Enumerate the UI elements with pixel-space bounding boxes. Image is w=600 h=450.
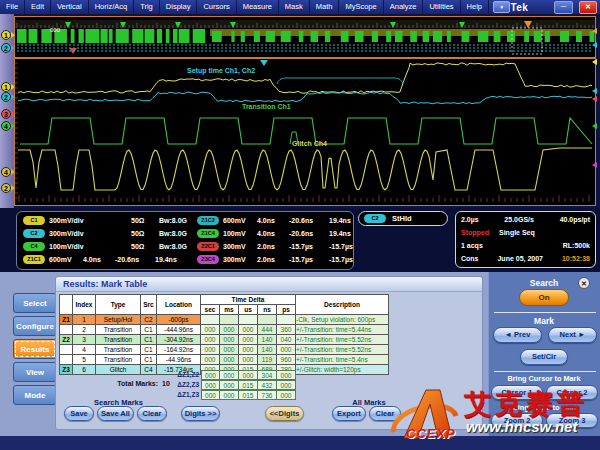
sidebar-item-mode[interactable]: Mode bbox=[13, 385, 57, 405]
save-all-button[interactable]: Save All bbox=[97, 406, 134, 421]
digits-less-button[interactable]: <<Digits bbox=[265, 406, 304, 421]
delta-cell: 000 bbox=[201, 325, 220, 335]
location-cell: -304.92ns bbox=[157, 335, 201, 345]
readout-z3c4[interactable]: Z3C4300mV2.0ns-15.7µs-15.7µs bbox=[197, 253, 359, 266]
menu-item-display[interactable]: Display bbox=[160, 0, 198, 14]
readout-c1[interactable]: C1300mV/div50ΩBw:8.0G bbox=[23, 214, 199, 227]
menu-item-analyze[interactable]: Analyze bbox=[384, 0, 424, 14]
menu-item-measure[interactable]: Measure bbox=[237, 0, 279, 14]
location-cell: -44.96ns bbox=[157, 355, 201, 365]
channel-badge-4-6[interactable]: 4 bbox=[1, 167, 11, 177]
index-cell: 6 bbox=[73, 365, 96, 375]
cursor1-button[interactable]: Cursor 1 bbox=[491, 385, 543, 400]
prev-mark-button[interactable]: ◄ Prev bbox=[493, 327, 542, 343]
time-readout: 10:52:38 bbox=[562, 252, 590, 265]
readout-c4[interactable]: C4100mV/div50ΩBw:8.0G bbox=[23, 240, 199, 253]
zone-cell: Z2 bbox=[60, 335, 73, 345]
mark-row-3[interactable]: Z23TransitionC1-304.92ns000000000140040+… bbox=[60, 335, 389, 345]
menu-item-myscope[interactable]: MyScope bbox=[339, 0, 383, 14]
readout-value: Bw:8.0G bbox=[159, 230, 199, 237]
readout-value: 50Ω bbox=[131, 230, 155, 237]
next-mark-button[interactable]: Next ► bbox=[548, 327, 597, 343]
close-icon: ✕ bbox=[581, 280, 587, 287]
menu-item-help[interactable]: Help bbox=[461, 0, 489, 14]
src-cell: C1 bbox=[141, 335, 157, 345]
readout-col-left: C1300mV/div50ΩBw:8.0GC2300mV/div50ΩBw:8.… bbox=[23, 214, 199, 266]
menu-item-cursors[interactable]: Cursors bbox=[197, 0, 236, 14]
sidebar-item-view[interactable]: View bbox=[13, 362, 57, 382]
readout-value: 50Ω bbox=[131, 243, 155, 250]
channel-badge-2-7[interactable]: 2 bbox=[1, 183, 11, 193]
menu-item-horiz-acq[interactable]: Horiz/Acq bbox=[89, 0, 135, 14]
search-on-button[interactable]: On bbox=[519, 289, 569, 306]
delta-cell: 000 bbox=[277, 345, 296, 355]
trace-level-arrow bbox=[589, 162, 597, 168]
readout-badge: Z1C1 bbox=[23, 255, 45, 264]
readout-value: 300mV bbox=[223, 256, 253, 263]
clear-all-marks-button[interactable]: Clear bbox=[369, 406, 401, 421]
menu-overflow-button[interactable]: ▼ bbox=[493, 1, 510, 13]
sidebar-item-select[interactable]: Select bbox=[13, 293, 57, 313]
readout-z2c1[interactable]: Z2C1300mV2.0ns-15.7µs-15.7µs bbox=[197, 240, 359, 253]
delta-cell bbox=[220, 315, 239, 325]
cursor2-button[interactable]: Cursor 2 bbox=[546, 385, 598, 400]
menu-item-utilities[interactable]: Utilities bbox=[423, 0, 460, 14]
readout-z1c4[interactable]: Z1C4100mV4.0ns-20.6ns19.4ns bbox=[197, 227, 359, 240]
mark-table[interactable]: IndexTypeSrcLocationTime DeltaDescriptio… bbox=[59, 294, 389, 375]
record-length: RL:500k bbox=[563, 239, 590, 252]
col-header: ns bbox=[258, 305, 277, 315]
readout-value: 19.4ns bbox=[329, 217, 359, 224]
zoom2-button[interactable]: Zoom 2 bbox=[491, 413, 543, 428]
panel-close-button[interactable]: ✕ bbox=[578, 277, 590, 289]
delta-cell: 000 bbox=[201, 335, 220, 345]
menu-item-vertical[interactable]: Vertical bbox=[51, 0, 89, 14]
trigger-readout[interactable]: C2 StHld bbox=[358, 211, 448, 226]
col-header: ms bbox=[220, 305, 239, 315]
mark-row-1[interactable]: Z11Setup/HolC2-600ps-Clk, Setup violatio… bbox=[60, 315, 389, 325]
readout-z1c2[interactable]: Z1C2600mV4.0ns-20.6ns19.4ns bbox=[197, 214, 359, 227]
col-header: Location bbox=[157, 295, 201, 315]
menu-item-mask[interactable]: Mask bbox=[279, 0, 310, 14]
channel-badge-3-4[interactable]: 3 bbox=[1, 109, 11, 119]
channel-badge-1-2[interactable]: 1 bbox=[1, 82, 11, 92]
sidebar-item-results[interactable]: Results bbox=[13, 339, 57, 359]
readout-value: Bw:8.0G bbox=[159, 243, 199, 250]
sidebar-item-configure[interactable]: Configure bbox=[13, 316, 57, 336]
readout-value: 2.0ns bbox=[257, 243, 285, 250]
zoom3-button[interactable]: Zoom 3 bbox=[546, 413, 598, 428]
set-clear-mark-button[interactable]: Set/Clr bbox=[520, 349, 568, 365]
col-header: ps bbox=[277, 305, 296, 315]
delta-cell: 000 bbox=[239, 325, 258, 335]
menu-item-trig[interactable]: Trig bbox=[134, 0, 160, 14]
save-button[interactable]: Save bbox=[64, 406, 94, 421]
delta-cell: 444 bbox=[258, 325, 277, 335]
digits-more-button[interactable]: Digits >> bbox=[181, 406, 220, 421]
channel-badge-4-5[interactable]: 4 bbox=[1, 121, 11, 131]
channel-badge-1-0[interactable]: 1 bbox=[1, 30, 11, 40]
readout-c2[interactable]: C2300mV/div50ΩBw:8.0G bbox=[23, 227, 199, 240]
minimize-button[interactable]: ─ bbox=[554, 1, 572, 14]
readout-value: 100mV/div bbox=[49, 243, 127, 250]
clear-search-marks-button[interactable]: Clear bbox=[137, 406, 167, 421]
description-cell: +/-Glitch: width=120ps bbox=[296, 365, 389, 375]
mark-row-5[interactable]: 5TransitionC1-44.96ns000000000119960+/-T… bbox=[60, 355, 389, 365]
delta-cell: 000 bbox=[220, 345, 239, 355]
col-header: Time Delta bbox=[201, 295, 296, 305]
mark-row-4[interactable]: 4TransitionC1-164.92ns000000000140000+/-… bbox=[60, 345, 389, 355]
menu-item-file[interactable]: File bbox=[0, 0, 25, 14]
readout-value: 300mV/div bbox=[49, 230, 127, 237]
mark-row-2[interactable]: 2TransitionC1-444.96ns000000000444360+/-… bbox=[60, 325, 389, 335]
readout-z1c1[interactable]: Z1C1600mV4.0ns-20.6ns19.4ns bbox=[23, 253, 199, 266]
channel-badge-2-1[interactable]: 2 bbox=[1, 43, 11, 53]
close-button[interactable]: ✕ bbox=[579, 1, 597, 14]
export-button[interactable]: Export bbox=[332, 406, 366, 421]
readout-value: 600mV bbox=[49, 256, 79, 263]
menu-item-edit[interactable]: Edit bbox=[25, 0, 51, 14]
col-header: Type bbox=[96, 295, 141, 315]
zone-delta-row: ΔZ1,Z2000000000304000 bbox=[169, 370, 296, 380]
src-cell: C1 bbox=[141, 355, 157, 365]
readout-value: 19.4ns bbox=[155, 256, 185, 263]
menu-item-math[interactable]: Math bbox=[310, 0, 340, 14]
readout-badge: Z2C1 bbox=[197, 242, 219, 251]
channel-badge-2-3[interactable]: 2 bbox=[1, 92, 11, 102]
